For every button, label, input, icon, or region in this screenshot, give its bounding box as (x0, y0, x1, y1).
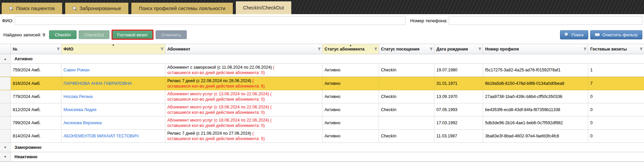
cell-status-abonement: Активно (323, 103, 379, 116)
cell-birth-date: 19.07.1980 (434, 64, 483, 76)
filter-funnel-icon[interactable] (160, 47, 164, 51)
expander-column-header (0, 44, 11, 54)
action-row: Найдено записей: 9 CheckIn CheckOut Гост… (0, 30, 644, 40)
patient-link[interactable]: ПАРФЕНОВА АННА ГАВРИЛОВНА (63, 81, 132, 86)
table-row[interactable]: 799/2024 Амб. Аксенова Вероника Абонемен… (0, 116, 644, 130)
table-row[interactable]: 814/2024 Амб. АБОНЕМЕНТОВ МИХАИЛ ТЕСТОВИ… (0, 130, 644, 143)
filter-funnel-icon[interactable] (583, 47, 587, 51)
clear-filter-button[interactable]: Очистить фильтр (590, 30, 642, 39)
filter-funnel-icon[interactable] (56, 47, 60, 51)
cell-status-visit: CheckIn (379, 90, 434, 103)
search-button[interactable]: Поиск (560, 30, 588, 39)
collapse-arrow-icon[interactable]: ▴ (0, 54, 11, 63)
cell-profile-number: 6b19a5d6-8150-476d-b9f8-0134a0d0bea8 (483, 77, 588, 90)
cell-status-abonement: Активно (323, 77, 379, 90)
row-expander-cell (0, 130, 11, 142)
cell-status-abonement: Активно (323, 64, 379, 76)
tab-label: Поиск пациентов (16, 6, 55, 11)
cell-abonement: Абонемент много услуг (с 13.06.2024 по 2… (165, 90, 323, 103)
cell-abonement: Абонемент много услуг (с 19.06.2024 по 2… (165, 103, 323, 116)
patient-link[interactable]: Носова Регина (63, 94, 92, 99)
cell-birth-date: 11.03.1987 (434, 130, 483, 142)
cell-profile-number: 3ba83e3f-8bad-4602-97e4-faefd3fc4fc8 (483, 130, 588, 142)
col-header-fio[interactable]: ▼ ФИО (61, 44, 165, 54)
group-label: Заморожено (11, 143, 644, 152)
col-header-abonement[interactable]: Абонемент (165, 44, 323, 54)
filter-funnel-icon[interactable] (639, 47, 643, 51)
cell-birth-date: 13.09.1970 (434, 90, 483, 103)
patients-table: № ▼ ФИО Абонемент ▲ Статус абонемента Ст… (0, 44, 644, 162)
search-icon (9, 6, 13, 11)
cell-status-visit: CheckIn (379, 64, 434, 76)
cell-number: 814/2024 Амб. (11, 130, 61, 142)
row-expander-cell (0, 103, 11, 116)
cell-abonement: Релакс 7 дней (с 21.06.2024 по 27.06.202… (165, 130, 323, 142)
col-header-profile-number[interactable]: Номер профиля (483, 44, 588, 54)
group-row-inactive[interactable]: ▾ Неактивно (0, 152, 644, 162)
cell-fio: Аксенова Вероника (61, 116, 165, 129)
search-icon (73, 6, 77, 11)
cancel-button[interactable]: Отменить (156, 30, 187, 39)
table-row[interactable]: 812/2024 Амб. Моисеева Лидия Абонемент м… (0, 103, 644, 116)
col-header-birth-date[interactable]: Дата рождения (434, 44, 483, 54)
tab-booked[interactable]: Забронированные (65, 3, 129, 14)
cell-fio: АБОНЕМЕНТОВ МИХАИЛ ТЕСТОВИЧ (61, 130, 165, 142)
cell-fio: Савин Роман (61, 64, 165, 76)
row-expander-cell (0, 77, 11, 90)
guest-visit-button[interactable]: Гостевой визит (112, 30, 154, 40)
expand-arrow-icon[interactable]: ▾ (0, 143, 11, 152)
col-header-status-abonement[interactable]: ▲ Статус абонемента (323, 44, 379, 54)
checkin-button[interactable]: CheckIn (49, 30, 77, 39)
table-row[interactable]: 759/2024 Амб. Савин Роман Абонемент с за… (0, 64, 644, 77)
filter-funnel-icon[interactable] (429, 47, 433, 51)
search-icon (565, 33, 569, 37)
cell-birth-date: 07.05.1993 (434, 103, 483, 116)
tab-patient-search[interactable]: Поиск пациентов (2, 3, 62, 14)
fio-label: ФИО: (2, 18, 13, 23)
cell-profile-number: 27aa9738-1ba0-439c-b8b4-cff50c350336 (483, 90, 588, 103)
cell-profile-number: 5db3de96-2b16-4ae1-beb6-0c7f592df982 (483, 116, 588, 129)
cell-abonement: Абонемент много услуг (с 18.06.2024 по 2… (165, 116, 323, 129)
row-expander-cell (0, 116, 11, 129)
phone-input[interactable] (449, 16, 642, 25)
table-row-selected[interactable]: 816/2024 Амб. ПАРФЕНОВА АННА ГАВРИЛОВНА … (0, 77, 644, 90)
records-found-text: Найдено записей: 9 (3, 32, 45, 37)
cell-status-visit (379, 116, 434, 129)
phone-label: Номер телефона: (410, 18, 447, 23)
col-header-number[interactable]: № (11, 44, 61, 54)
cell-status-visit: CheckIn (379, 130, 434, 142)
group-row-active[interactable]: ▴ Активно (0, 54, 644, 64)
cell-fio: Моисеева Лидия (61, 103, 165, 116)
cell-fio: ПАРФЕНОВА АННА ГАВРИЛОВНА (61, 77, 165, 90)
table-row[interactable]: 779/2024 Амб. Носова Регина Абонемент мн… (0, 90, 644, 103)
patient-link[interactable]: Савин Роман (63, 68, 89, 72)
cell-number: 812/2024 Амб. (11, 103, 61, 116)
col-header-guest-visits[interactable]: Гостевые визиты (588, 44, 644, 54)
cell-profile-number: be4353f6-ecd8-43df-84fa-f87359b11338 (483, 103, 588, 116)
filter-funnel-icon[interactable] (478, 47, 482, 51)
eraser-icon (595, 33, 600, 36)
cell-number: 816/2024 Амб. (11, 77, 61, 90)
filter-funnel-icon[interactable] (374, 47, 378, 51)
cell-abonement: Абонемент с заморозкой (с 11.06.2024 по … (165, 64, 323, 76)
tab-loyalty-profiles[interactable]: Поиск профилей системы лояльности (131, 3, 232, 14)
filter-row: ФИО: Номер телефона: (0, 16, 644, 25)
tab-label: Поиск профилей системы лояльности (139, 6, 225, 11)
filter-funnel-icon[interactable] (317, 47, 321, 51)
tab-checkin-checkout[interactable]: CheckIn/CheckOut (236, 1, 292, 14)
patient-link[interactable]: АБОНЕМЕНТОВ МИХАИЛ ТЕСТОВИЧ (63, 134, 139, 138)
cell-abonement: Релакс 7 дней (с 22.06.2024 по 28.06.202… (165, 77, 323, 90)
row-expander-cell (0, 64, 11, 76)
checkout-button[interactable]: CheckOut (79, 30, 110, 39)
table-header-row: № ▼ ФИО Абонемент ▲ Статус абонемента Ст… (0, 44, 644, 54)
cell-guest-visits: 0 (588, 103, 644, 116)
patient-link[interactable]: Аксенова Вероника (63, 121, 102, 125)
group-row-frozen[interactable]: ▾ Заморожено (0, 143, 644, 152)
cell-guest-visits: 0 (588, 116, 644, 129)
col-header-status-visit[interactable]: Статус посещения (379, 44, 434, 54)
cell-status-abonement: Активно (323, 130, 379, 142)
tab-bar: Поиск пациентов Забронированные Поиск пр… (0, 0, 644, 14)
expand-arrow-icon[interactable]: ▾ (0, 152, 11, 161)
patient-link[interactable]: Моисеева Лидия (63, 107, 96, 112)
fio-input[interactable] (15, 16, 405, 25)
